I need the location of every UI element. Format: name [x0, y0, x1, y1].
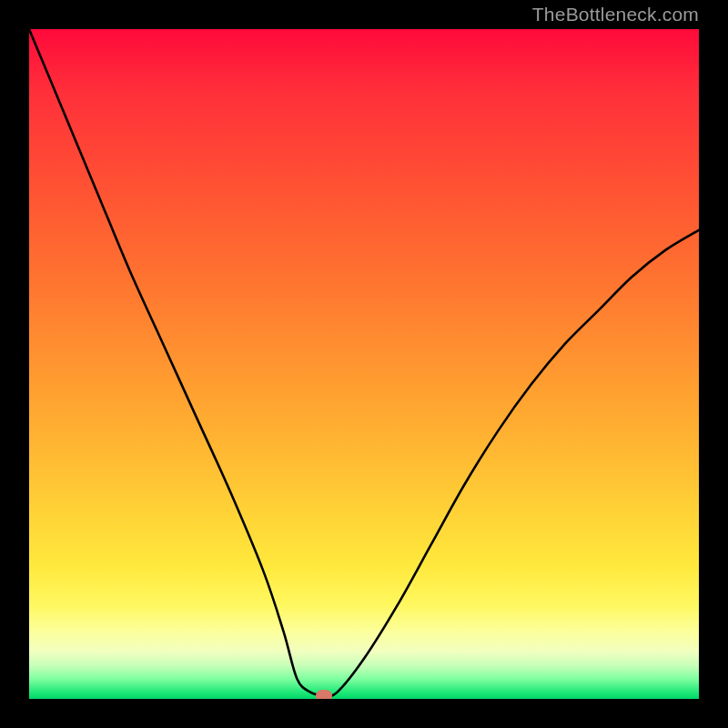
- watermark-label: TheBottleneck.com: [532, 4, 699, 25]
- optimum-marker-icon: [316, 690, 332, 699]
- plot-area: [29, 29, 699, 699]
- bottleneck-curve: [29, 29, 699, 699]
- chart-frame: TheBottleneck.com: [0, 0, 728, 728]
